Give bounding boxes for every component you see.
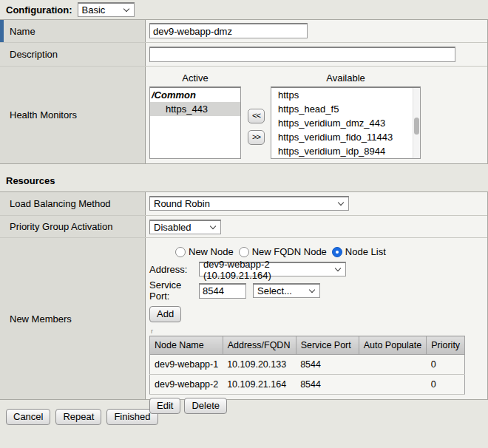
chevron-down-icon	[309, 287, 315, 293]
service-port-input[interactable]	[199, 283, 246, 299]
members-table-cell	[359, 355, 427, 375]
available-monitor-item[interactable]: https	[271, 88, 420, 102]
service-port-label: Service Port:	[149, 279, 199, 302]
members-table-header-cell: Service Port	[296, 336, 359, 355]
load-balancing-row-value: Round Robin	[146, 192, 487, 215]
members-table-row[interactable]: dev9-webapp-210.109.21.16485440	[150, 375, 465, 395]
node-type-radio-option[interactable]: New FQDN Node	[239, 246, 327, 257]
priority-group-row-value: Disabled	[146, 216, 487, 237]
active-column-heading: Active	[149, 71, 241, 86]
configuration-bar: Configuration: Basic	[0, 0, 488, 19]
required-indicator-bar	[0, 20, 4, 42]
delete-button[interactable]: Delete	[184, 398, 227, 414]
name-row-value	[146, 20, 487, 42]
address-line: Address: dev9-webapp-2 (10.109.21.164)	[149, 262, 487, 276]
node-type-radio-option[interactable]: New Node	[175, 246, 234, 257]
new-members-row-value: New NodeNew FQDN NodeNode List Address: …	[146, 238, 487, 399]
health-monitors-row: Health Monitors Active /Common https_443…	[0, 66, 487, 163]
members-table-row[interactable]: dev9-webapp-110.109.20.13385440	[150, 355, 465, 375]
name-row: Name	[0, 20, 487, 42]
service-port-select[interactable]: Select...	[253, 283, 320, 298]
description-row-value	[146, 43, 487, 66]
priority-group-select[interactable]: Disabled	[149, 220, 221, 234]
active-monitor-item[interactable]: https_443	[150, 102, 240, 116]
add-button[interactable]: Add	[149, 306, 181, 322]
description-input[interactable]	[149, 47, 455, 62]
chevron-down-icon	[335, 265, 341, 271]
edit-button[interactable]: Edit	[149, 398, 180, 414]
new-members-row-label: New Members	[0, 238, 146, 399]
members-table-cell: dev9-webapp-2	[150, 375, 223, 395]
address-select[interactable]: dev9-webapp-2 (10.109.21.164)	[199, 262, 346, 276]
health-monitors-row-label: Health Monitors	[0, 67, 146, 163]
new-members-label-text: New Members	[10, 313, 72, 325]
priority-group-select-value: Disabled	[154, 222, 192, 233]
available-monitors-listbox[interactable]: httpshttps_head_f5https_veridium_dmz_443…	[271, 86, 421, 159]
available-monitor-item[interactable]: https_head_f5	[271, 102, 420, 116]
health-monitors-label-text: Health Monitors	[10, 109, 77, 121]
move-to-active-button[interactable]: <<	[248, 109, 265, 123]
available-monitor-item[interactable]: https_veridium_idp_8944	[271, 144, 420, 158]
active-monitors-listbox[interactable]: /Common https_443	[149, 86, 241, 159]
resources-section-title: Resources	[0, 164, 488, 191]
available-monitor-items: httpshttps_head_f5https_veridium_dmz_443…	[271, 88, 420, 158]
members-table-body: dev9-webapp-110.109.20.13385440dev9-weba…	[150, 355, 465, 395]
priority-group-row: Priority Group Activation Disabled	[0, 215, 487, 237]
move-to-available-button[interactable]: >>	[248, 130, 265, 145]
scrollbar-thumb[interactable]	[414, 118, 419, 135]
load-balancing-row-label: Load Balancing Method	[0, 192, 146, 215]
members-table-header-cell: Node Name	[150, 336, 223, 355]
service-port-select-value: Select...	[257, 285, 292, 296]
chevron-down-icon	[210, 223, 216, 229]
radio-option-label: New Node	[189, 246, 234, 257]
new-members-row: New Members New NodeNew FQDN NodeNode Li…	[0, 237, 487, 399]
general-properties-table: Name Description Health Monitors Active …	[0, 19, 488, 164]
active-monitors-column: Active /Common https_443	[149, 71, 241, 159]
load-balancing-row: Load Balancing Method Round Robin	[0, 192, 487, 215]
chevron-down-icon	[338, 200, 344, 206]
members-table-cell: 0	[427, 355, 465, 375]
priority-group-row-label: Priority Group Activation	[0, 216, 146, 237]
health-monitors-row-value: Active /Common https_443 << >> Available…	[146, 67, 487, 163]
available-list-scrollbar[interactable]	[413, 88, 420, 158]
node-type-radio-option[interactable]: Node List	[332, 246, 386, 257]
description-row-label: Description	[0, 43, 146, 66]
stray-text: r	[151, 328, 487, 334]
active-monitor-items: https_443	[150, 102, 240, 116]
address-label: Address:	[149, 264, 199, 275]
node-type-radio-group: New NodeNew FQDN NodeNode List	[175, 246, 487, 257]
priority-group-label-text: Priority Group Activation	[10, 221, 112, 232]
members-table-header-cell: Address/FQDN	[223, 336, 296, 355]
configuration-label: Configuration:	[6, 4, 72, 16]
description-row: Description	[0, 42, 487, 66]
description-label-text: Description	[10, 49, 58, 60]
name-input[interactable]	[149, 23, 308, 38]
available-column-heading: Available	[271, 71, 421, 86]
address-select-value: dev9-webapp-2 (10.109.21.164)	[203, 259, 328, 281]
members-table-cell: dev9-webapp-1	[150, 355, 223, 375]
active-partition-group: /Common	[150, 88, 240, 102]
load-balancing-select-value: Round Robin	[154, 198, 210, 209]
available-monitor-item[interactable]: https_veridium_fido_11443	[271, 130, 420, 144]
members-table-cell	[359, 375, 427, 395]
available-monitor-item[interactable]: https_veridium_dmz_443	[271, 116, 420, 130]
radio-option-label: New FQDN Node	[252, 246, 327, 257]
radio-button-icon[interactable]	[239, 247, 249, 257]
name-row-label: Name	[0, 20, 146, 42]
chevron-down-icon	[123, 6, 129, 12]
members-table-cell: 10.109.20.133	[223, 355, 296, 375]
configuration-select-value: Basic	[82, 4, 106, 16]
radio-option-label: Node List	[345, 246, 386, 257]
members-table-header-row: Node NameAddress/FQDNService PortAuto Po…	[150, 336, 465, 355]
cancel-button[interactable]: Cancel	[6, 409, 50, 425]
members-table-cell: 8544	[296, 375, 359, 395]
available-monitors-column: Available httpshttps_head_f5https_veridi…	[271, 71, 421, 159]
load-balancing-select[interactable]: Round Robin	[149, 196, 349, 211]
members-table: Node NameAddress/FQDNService PortAuto Po…	[149, 336, 465, 395]
resources-table: Load Balancing Method Round Robin Priori…	[0, 191, 488, 400]
configuration-select[interactable]: Basic	[78, 2, 135, 17]
repeat-button[interactable]: Repeat	[55, 409, 101, 425]
members-table-header-cell: Priority	[427, 336, 465, 355]
radio-button-icon[interactable]	[175, 247, 186, 257]
radio-button-icon[interactable]	[332, 247, 342, 257]
